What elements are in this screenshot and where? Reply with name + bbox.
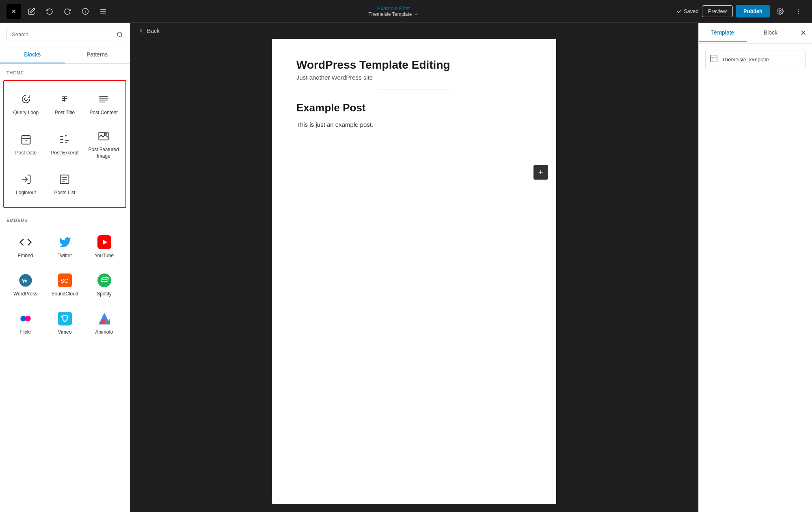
block-item-post-content[interactable]: Post Content bbox=[85, 86, 122, 122]
svg-text:?: ? bbox=[25, 139, 27, 143]
toolbar-right: Saved Preview Publish bbox=[676, 4, 806, 19]
embed-item-spotify[interactable]: Spotify bbox=[85, 266, 123, 302]
search-button[interactable] bbox=[117, 31, 123, 38]
embed-label-embed: Embed bbox=[17, 253, 33, 258]
sidebar-tabs: Blocks Patterns bbox=[0, 46, 130, 64]
embed-label-vimeo: Vimeo bbox=[58, 329, 72, 335]
embed-label-spotify: Spotify bbox=[97, 291, 112, 297]
block-item-login-out[interactable]: Login/out bbox=[7, 166, 45, 202]
main-layout: Blocks Patterns THEME Query Loop bbox=[0, 23, 812, 512]
svg-point-13 bbox=[117, 32, 122, 37]
youtube-icon bbox=[97, 235, 112, 249]
edit-pencil-button[interactable] bbox=[24, 4, 39, 19]
svg-point-9 bbox=[780, 10, 782, 12]
embed-label-animoto: Animoto bbox=[95, 329, 113, 335]
editor-canvas-wrapper: WordPress Template Editing Just another … bbox=[130, 39, 698, 512]
twitter-icon bbox=[58, 235, 72, 249]
embed-item-vimeo[interactable]: Vimeo bbox=[46, 304, 84, 341]
embed-label-flickr: Flickr bbox=[19, 329, 31, 335]
tab-block[interactable]: Block bbox=[747, 24, 795, 42]
undo-button[interactable] bbox=[42, 4, 57, 19]
embed-item-twitter[interactable]: Twitter bbox=[46, 228, 84, 264]
svg-point-32 bbox=[104, 133, 106, 135]
embeds-section-label: EMBEDS bbox=[0, 211, 130, 226]
embed-item-embed[interactable]: Embed bbox=[6, 228, 44, 264]
preview-button[interactable]: Preview bbox=[702, 5, 733, 17]
tab-template[interactable]: Template bbox=[699, 24, 747, 42]
sidebar-content: THEME Query Loop Post bbox=[0, 64, 130, 512]
right-panel-close-button[interactable]: ✕ bbox=[795, 23, 812, 43]
block-label-post-excerpt: Post Excerpt bbox=[51, 150, 78, 156]
embed-item-animoto[interactable]: Animoto bbox=[85, 304, 123, 341]
editor-area: Back WordPress Template Editing Just ano… bbox=[130, 23, 698, 512]
block-item-post-featured-image[interactable]: Post Featured Image bbox=[85, 124, 122, 164]
spotify-icon bbox=[97, 273, 112, 288]
theme-blocks-grid: Query Loop Post Title Post bbox=[4, 84, 125, 204]
sidebar: Blocks Patterns THEME Query Loop bbox=[0, 23, 130, 512]
settings-button[interactable] bbox=[773, 4, 788, 19]
embed-item-wordpress[interactable]: W WordPress bbox=[6, 266, 44, 302]
search-input[interactable] bbox=[6, 28, 113, 41]
embed-icon bbox=[18, 235, 33, 249]
post-excerpt-icon: " bbox=[59, 134, 70, 147]
canvas-post-content: This is just an example post. bbox=[296, 120, 532, 130]
list-view-button[interactable] bbox=[96, 4, 110, 19]
block-label-query-loop: Query Loop bbox=[13, 110, 39, 116]
soundcloud-icon: SC bbox=[58, 273, 72, 288]
svg-text:SC: SC bbox=[60, 278, 68, 284]
canvas-tagline: Just another WordPress site bbox=[296, 74, 532, 81]
block-label-post-featured-image: Post Featured Image bbox=[88, 147, 119, 159]
tab-blocks[interactable]: Blocks bbox=[0, 46, 65, 63]
publish-button[interactable]: Publish bbox=[736, 5, 770, 17]
block-item-query-loop[interactable]: Query Loop bbox=[7, 86, 45, 122]
saved-status: Saved bbox=[676, 8, 699, 14]
login-icon bbox=[20, 174, 32, 187]
template-label[interactable]: Themeisle Template bbox=[368, 11, 418, 17]
embeds-grid: Embed Twitter YouTube bbox=[0, 226, 130, 342]
canvas-divider bbox=[378, 89, 451, 89]
post-featured-image-icon bbox=[98, 130, 109, 143]
template-item[interactable]: Themeisle Template bbox=[705, 50, 806, 69]
block-label-post-title: Post Title bbox=[55, 110, 75, 116]
svg-point-12 bbox=[798, 13, 799, 14]
block-label-post-date: Post Date bbox=[15, 150, 37, 156]
embed-item-soundcloud[interactable]: SC SoundCloud bbox=[46, 266, 84, 302]
editor-topbar: Back bbox=[130, 23, 698, 39]
block-item-post-title[interactable]: Post Title bbox=[46, 86, 84, 122]
canvas-post-title: Example Post bbox=[296, 102, 532, 114]
template-name-label: Themeisle Template bbox=[722, 56, 769, 63]
search-bar bbox=[0, 23, 130, 46]
animoto-icon bbox=[97, 311, 112, 326]
post-title-label: Example Post bbox=[377, 5, 410, 11]
right-panel: Template Block ✕ Themeisle Template bbox=[698, 23, 812, 512]
toolbar-center: Example Post Themeisle Template bbox=[114, 5, 673, 17]
vimeo-icon bbox=[58, 311, 72, 326]
embed-item-flickr[interactable]: Flickr bbox=[6, 304, 44, 341]
posts-list-icon bbox=[59, 174, 70, 187]
right-panel-content: Themeisle Template bbox=[699, 43, 812, 76]
redo-button[interactable] bbox=[60, 4, 75, 19]
block-label-posts-list: Posts List bbox=[54, 190, 75, 196]
info-button[interactable] bbox=[78, 4, 93, 19]
embed-label-wordpress: WordPress bbox=[13, 291, 37, 297]
svg-text:W: W bbox=[22, 277, 28, 284]
close-editor-button[interactable] bbox=[6, 4, 21, 19]
svg-point-46 bbox=[25, 316, 30, 321]
block-item-post-date[interactable]: ? Post Date bbox=[7, 124, 45, 164]
back-button[interactable]: Back bbox=[138, 28, 160, 34]
add-block-button[interactable]: + bbox=[533, 165, 548, 180]
svg-rect-47 bbox=[58, 312, 72, 325]
tab-patterns[interactable]: Patterns bbox=[65, 46, 130, 63]
embed-label-youtube: YouTube bbox=[95, 253, 114, 258]
more-options-button[interactable] bbox=[791, 4, 806, 19]
theme-blocks-section: Query Loop Post Title Post bbox=[3, 80, 126, 208]
template-layout-icon bbox=[710, 54, 718, 65]
embed-label-twitter: Twitter bbox=[58, 253, 72, 258]
block-item-post-excerpt[interactable]: " Post Excerpt bbox=[46, 124, 84, 164]
block-item-posts-list[interactable]: Posts List bbox=[46, 166, 84, 202]
svg-text:": " bbox=[65, 134, 67, 139]
block-label-post-content: Post Content bbox=[89, 110, 117, 116]
svg-rect-51 bbox=[710, 55, 717, 62]
right-panel-header: Template Block ✕ bbox=[699, 23, 812, 43]
embed-item-youtube[interactable]: YouTube bbox=[85, 228, 123, 264]
